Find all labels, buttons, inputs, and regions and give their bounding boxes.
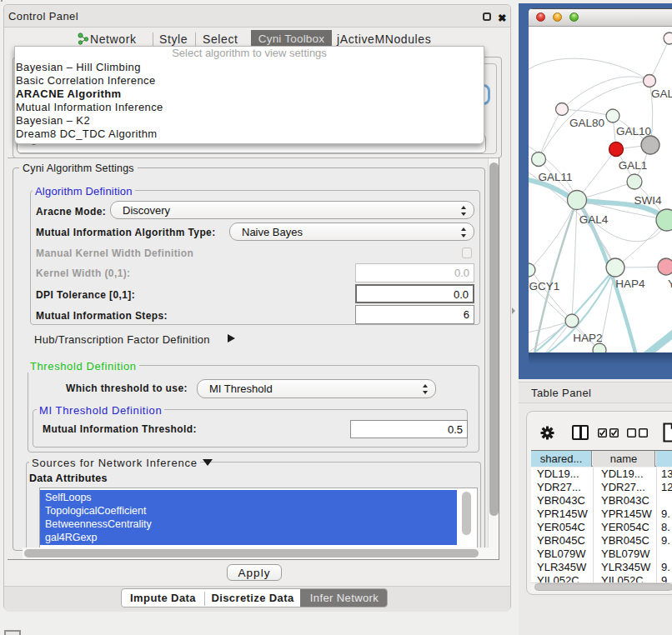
svg-text:GAL7: GAL7 bbox=[651, 88, 672, 100]
svg-text:SWI4: SWI4 bbox=[634, 194, 661, 207]
svg-text:GCY1: GCY1 bbox=[529, 280, 560, 292]
svg-text:GAL11: GAL11 bbox=[538, 171, 572, 183]
svg-text:HAP2: HAP2 bbox=[573, 332, 602, 344]
svg-text:GAL10: GAL10 bbox=[616, 125, 651, 138]
svg-text:GAL80: GAL80 bbox=[569, 117, 604, 129]
svg-text:HAP4: HAP4 bbox=[615, 278, 645, 290]
svg-text:Y: Y bbox=[668, 278, 672, 290]
svg-text:GAL4: GAL4 bbox=[579, 213, 609, 226]
svg-text:GAL1: GAL1 bbox=[619, 159, 648, 172]
